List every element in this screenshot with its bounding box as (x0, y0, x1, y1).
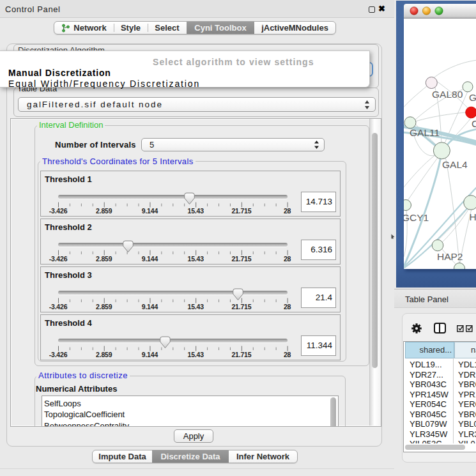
svg-text:HAP2: HAP2 (437, 251, 463, 262)
svg-text:GAL11: GAL11 (410, 127, 440, 138)
svg-text:GAL4: GAL4 (442, 159, 468, 170)
svg-text:GAL80: GAL80 (432, 89, 463, 100)
svg-text:H: H (470, 211, 476, 222)
svg-text:C: C (472, 118, 476, 129)
svg-text:GCY1: GCY1 (404, 212, 429, 223)
svg-text:GA: GA (469, 92, 476, 103)
